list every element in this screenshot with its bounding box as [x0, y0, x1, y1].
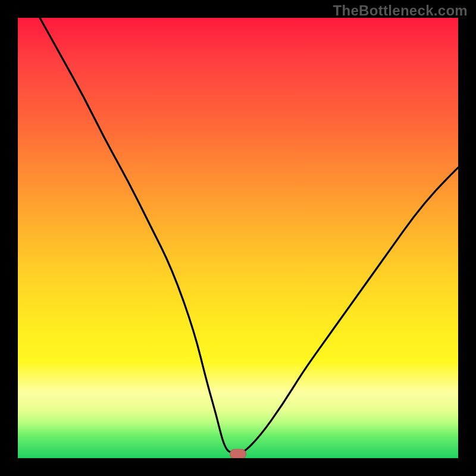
watermark-text: TheBottleneck.com: [333, 2, 468, 19]
bottleneck-curve: [18, 18, 458, 458]
frame-border: [0, 0, 18, 476]
frame-border: [0, 458, 476, 476]
plot-area: [18, 18, 458, 458]
chart-frame: TheBottleneck.com: [0, 0, 476, 476]
frame-border: [458, 0, 476, 476]
optimum-marker: [230, 449, 246, 458]
